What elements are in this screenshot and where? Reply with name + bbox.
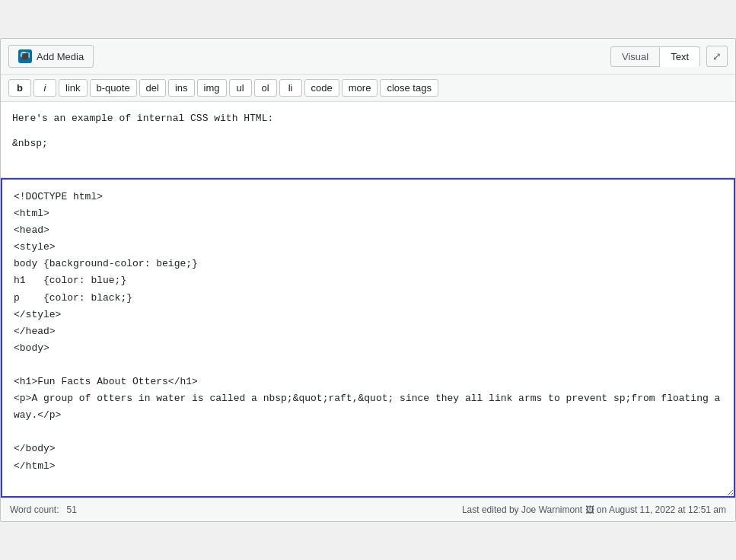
add-media-label: Add Media: [37, 51, 84, 62]
img-btn[interactable]: img: [197, 79, 227, 97]
status-bar: Word count: 51 Last edited by Joe Warnim…: [1, 498, 735, 521]
italic-btn[interactable]: i: [33, 79, 56, 97]
bquote-btn[interactable]: b-quote: [90, 79, 137, 97]
expand-icon: ⤢: [712, 50, 722, 62]
last-edited-text: Last edited by Joe Warnimont 🖼 on August…: [462, 504, 726, 515]
text-tab[interactable]: Text: [660, 46, 700, 67]
code-btn[interactable]: code: [304, 79, 339, 97]
code-editor[interactable]: <!DOCTYPE html> <html> <head> <style> bo…: [1, 178, 735, 498]
intro-text: Here's an example of internal CSS with H…: [12, 111, 724, 127]
ins-btn[interactable]: ins: [168, 79, 195, 97]
more-btn[interactable]: more: [342, 79, 378, 97]
editor-intro-area: Here's an example of internal CSS with H…: [1, 102, 735, 178]
li-btn[interactable]: li: [279, 79, 302, 97]
expand-button[interactable]: ⤢: [706, 46, 728, 67]
editor-container: ⬛ Add Media Visual Text ⤢: [0, 38, 736, 522]
word-count: Word count: 51: [10, 504, 77, 515]
visual-tab[interactable]: Visual: [610, 46, 660, 67]
svg-text:⬛: ⬛: [21, 52, 29, 60]
format-toolbar: b i link b-quote del ins img ul ol li co…: [1, 75, 735, 102]
ol-btn[interactable]: ol: [254, 79, 277, 97]
add-media-button[interactable]: ⬛ Add Media: [8, 45, 94, 68]
link-btn[interactable]: link: [59, 79, 88, 97]
code-area-wrapper: <!DOCTYPE html> <html> <head> <style> bo…: [1, 178, 735, 498]
media-icon: ⬛: [18, 49, 32, 63]
view-tabs: Visual Text: [610, 46, 700, 67]
bold-btn[interactable]: b: [8, 79, 31, 97]
del-btn[interactable]: del: [139, 79, 166, 97]
top-toolbar: ⬛ Add Media Visual Text ⤢: [1, 39, 735, 75]
ul-btn[interactable]: ul: [229, 79, 252, 97]
close-tags-btn[interactable]: close tags: [380, 79, 438, 97]
nbsp-line: &nbsp;: [12, 136, 724, 152]
